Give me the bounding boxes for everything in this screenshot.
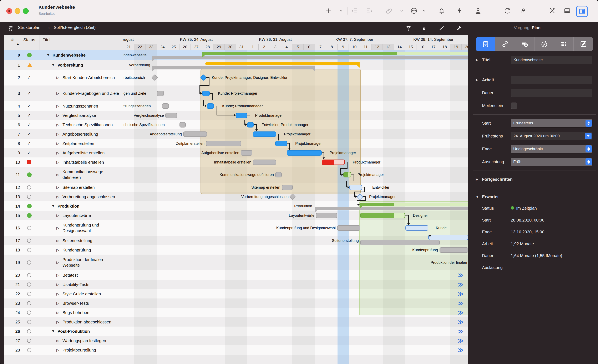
bolt-icon[interactable]	[454, 5, 465, 16]
task-bar-planned[interactable]	[316, 213, 337, 218]
table-row[interactable]: 16▷Kundenprüfung und Designauswahl	[4, 220, 123, 236]
table-row[interactable]: 1▼Vorbereitung	[4, 60, 123, 70]
lock-icon[interactable]	[518, 5, 529, 16]
fortgeschritten-disclosure[interactable]: ▶	[476, 178, 478, 181]
task-bar-planned[interactable]	[282, 185, 293, 190]
start-dropdown[interactable]: Frühestens	[511, 119, 592, 127]
table-row[interactable]: 9✓▷Aufgabenliste erstellen	[4, 148, 123, 157]
column-header-status[interactable]: Status	[21, 35, 40, 50]
minimize-button[interactable]	[15, 8, 20, 14]
disclosure-leaf[interactable]: ▷	[57, 173, 59, 177]
disclosure-leaf[interactable]: ▷	[57, 282, 59, 287]
arbeit-input[interactable]	[511, 76, 592, 84]
breadcrumb-current[interactable]: Soll/Ist-Vergleich (Zeit)	[54, 25, 96, 30]
tab-plan-icon[interactable]	[476, 37, 495, 51]
task-bar-planned[interactable]	[440, 247, 468, 253]
task-bar-planned[interactable]	[253, 160, 276, 165]
tools-icon[interactable]	[547, 5, 558, 16]
table-row[interactable]: 20▷Betatest	[4, 270, 123, 280]
disclosure-leaf[interactable]: ▷	[57, 339, 59, 343]
panel-bottom-icon[interactable]	[562, 5, 573, 16]
task-bar-planned[interactable]	[157, 91, 164, 96]
add-chevron-icon[interactable]	[336, 5, 347, 16]
task-bar-actual[interactable]	[343, 172, 351, 178]
table-row[interactable]: 12▷Sitemap erstellen	[4, 183, 123, 192]
summary-bar-actual[interactable]	[205, 62, 360, 65]
disclosure-leaf[interactable]: ▷	[57, 113, 59, 118]
summary-bar-planned[interactable]	[315, 207, 468, 210]
summary-bar-planned[interactable]	[152, 66, 315, 69]
user-icon[interactable]	[473, 5, 483, 16]
table-row[interactable]: 25▷Produktion abgeschlossen	[4, 317, 123, 327]
task-bar-planned[interactable]	[180, 122, 186, 128]
ende-dropdown[interactable]: Uneingeschränkt	[511, 145, 592, 153]
task-bar-planned[interactable]	[337, 225, 360, 231]
more-chevron-icon[interactable]	[419, 5, 430, 16]
table-row[interactable]: 21▷Usability-Tests	[4, 280, 123, 289]
task-bar-actual[interactable]	[202, 91, 210, 96]
table-row[interactable]: 7✓▷Angebotserstellung	[4, 129, 123, 139]
indent-right-icon[interactable]	[349, 5, 360, 16]
close-button[interactable]	[6, 8, 12, 14]
disclosure-leaf[interactable]: ▷	[57, 348, 59, 352]
disclosure-leaf[interactable]: ▷	[57, 238, 59, 243]
bar-list-icon[interactable]	[420, 24, 428, 32]
table-row[interactable]: 28▷Projektbeurteilung	[4, 345, 123, 355]
task-bar-actual[interactable]	[360, 213, 405, 218]
table-row[interactable]: 5✓▷Vergleichsanalyse	[4, 111, 123, 120]
titel-disclosure[interactable]: ▶	[476, 58, 478, 62]
disclosure-leaf[interactable]: ▷	[57, 185, 59, 189]
more-ellipsis-icon[interactable]	[408, 5, 419, 16]
table-row[interactable]: 0▼Kundenwebseite	[4, 50, 123, 60]
table-row[interactable]: 24▷Bugs beheben	[4, 308, 123, 317]
breadcrumb-root[interactable]: Strukturplan	[18, 25, 40, 30]
disclosure-leaf[interactable]: ▷	[57, 213, 59, 218]
task-bar-actual[interactable]	[322, 160, 345, 165]
table-row[interactable]: 17▷Seitenerstellung	[4, 236, 123, 245]
summary-bar-planned[interactable]	[152, 56, 468, 59]
table-row[interactable]: 8✓▷Zeitplan erstellen	[4, 139, 123, 148]
combo-chevron-icon[interactable]	[585, 133, 591, 139]
disclosure-leaf[interactable]: ▷	[57, 194, 59, 199]
disclosure-expanded[interactable]: ▼	[46, 53, 50, 57]
task-bar-planned[interactable]	[241, 150, 252, 156]
panel-right-icon[interactable]	[576, 6, 588, 17]
tab-notes-icon[interactable]	[574, 37, 593, 51]
disclosure-leaf[interactable]: ▷	[57, 132, 59, 136]
task-bar-actual[interactable]	[236, 113, 247, 118]
disclosure-leaf[interactable]: ▷	[57, 104, 59, 108]
task-bar-actual[interactable]	[428, 235, 468, 240]
attachment-icon[interactable]	[383, 5, 394, 16]
table-row[interactable]: 18▷Kundenprüfung	[4, 245, 123, 255]
erwartet-disclosure[interactable]: ▼	[476, 195, 479, 199]
summary-bar-actual[interactable]	[360, 203, 468, 206]
table-row[interactable]: 23▷Browser-Tests	[4, 299, 123, 308]
disclosure-leaf[interactable]: ▷	[57, 75, 59, 80]
tab-links-icon[interactable]	[495, 37, 515, 51]
table-row[interactable]: 2✓▷Start Kunden-Arbeitsbereich	[4, 70, 123, 86]
disclosure-leaf[interactable]: ▷	[57, 273, 59, 277]
meilenstein-checkbox[interactable]	[511, 103, 517, 109]
table-row[interactable]: 26▼Post-Produktion	[4, 327, 123, 336]
task-bar-planned[interactable]	[162, 103, 169, 109]
column-header-num[interactable]: # ▲	[4, 35, 21, 50]
task-bar-planned[interactable]	[360, 240, 440, 245]
ausrichtung-dropdown[interactable]: Früh	[511, 158, 592, 166]
task-bar-actual[interactable]	[207, 103, 214, 109]
task-bar-actual[interactable]	[253, 131, 276, 137]
table-row[interactable]: 10▷Inhaltstabelle erstellen	[4, 157, 123, 167]
task-bar-actual[interactable]	[275, 141, 287, 146]
disclosure-expanded[interactable]: ▼	[51, 329, 55, 333]
arbeit-disclosure[interactable]: ▶	[476, 78, 478, 82]
disclosure-leaf[interactable]: ▷	[57, 141, 59, 146]
task-bar-actual[interactable]	[247, 122, 254, 128]
table-row[interactable]: 14▼Produktion	[4, 201, 123, 211]
summary-bar-actual[interactable]	[202, 52, 468, 55]
disclosure-leaf[interactable]: ▷	[57, 248, 59, 252]
column-header-title[interactable]: Titel	[40, 35, 123, 50]
disclosure-leaf[interactable]: ▷	[57, 310, 59, 315]
disclosure-leaf[interactable]: ▷	[57, 226, 59, 230]
dauer-input[interactable]	[511, 89, 592, 97]
disclosure-leaf[interactable]: ▷	[57, 151, 59, 155]
task-bar-actual[interactable]	[287, 150, 322, 156]
